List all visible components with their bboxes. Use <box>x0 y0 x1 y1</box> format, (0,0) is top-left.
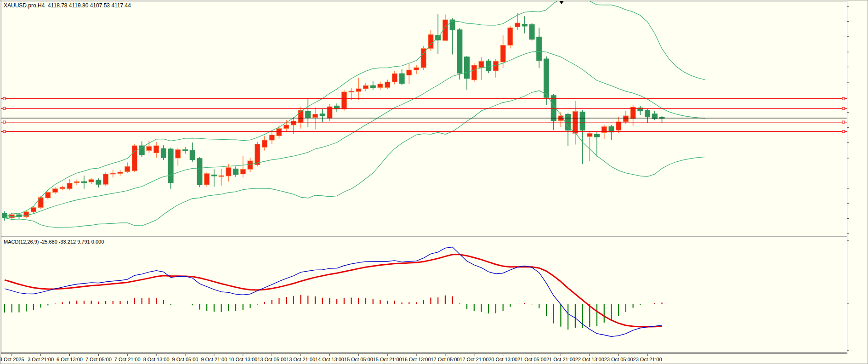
candle <box>89 178 94 184</box>
candle <box>118 170 123 176</box>
line-anchor-handle[interactable] <box>3 131 6 133</box>
candle <box>385 80 390 89</box>
mt4-chart-window: XAUUSD.pro,H4 4118.78 4119.80 4107.53 41… <box>0 0 868 364</box>
candle <box>103 172 108 186</box>
candle <box>233 166 238 177</box>
candle <box>204 172 210 187</box>
candle <box>529 23 534 40</box>
candle <box>471 63 477 82</box>
candle <box>616 117 621 133</box>
candle <box>392 71 397 85</box>
candle <box>277 126 282 139</box>
horizontal-price-line[interactable] <box>1 97 847 100</box>
candle <box>407 63 412 84</box>
candle <box>609 125 614 140</box>
candle <box>60 186 65 190</box>
candle <box>587 131 592 161</box>
candle <box>493 59 498 78</box>
macd-signal-line <box>5 255 662 327</box>
candle <box>125 162 130 173</box>
candle <box>457 28 462 80</box>
candle <box>645 109 650 123</box>
candle <box>363 83 369 91</box>
candle <box>312 108 318 130</box>
horizontal-price-line[interactable] <box>1 107 847 109</box>
macd-main-line <box>5 247 662 337</box>
line-anchor-handle[interactable] <box>3 107 6 109</box>
chart-title: XAUUSD.pro,H4 4118.78 4119.80 4107.53 41… <box>4 2 131 9</box>
candle <box>226 164 231 182</box>
candle <box>161 145 166 160</box>
candle <box>652 111 657 120</box>
horizontal-price-line[interactable] <box>1 121 847 123</box>
candle <box>190 142 195 162</box>
line-anchor-handle[interactable] <box>842 121 845 123</box>
candle <box>154 142 159 158</box>
bollinger-upper-band <box>5 0 705 218</box>
candle <box>544 57 549 105</box>
candle <box>320 109 325 122</box>
candle <box>197 157 202 187</box>
candle <box>176 148 181 165</box>
candle <box>601 125 607 139</box>
candle <box>335 103 340 112</box>
line-anchor-handle[interactable] <box>842 107 845 109</box>
candle <box>638 106 643 115</box>
candle <box>74 180 79 185</box>
candle <box>38 196 43 209</box>
candle <box>81 176 86 189</box>
price-axis[interactable]: 4397.504360.104321.604283.104245.704207.… <box>847 0 868 354</box>
macd-indicator-label: MACD(12,26,9) -25.680 -33.212 9.791 0.00… <box>4 239 104 245</box>
chart-canvas[interactable] <box>0 0 868 364</box>
candle <box>67 179 72 190</box>
candle <box>558 112 563 127</box>
candle <box>306 99 311 127</box>
candle <box>551 94 556 130</box>
time-axis[interactable]: 3 Oct 20253 Oct 21:006 Oct 13:007 Oct 05… <box>0 354 868 364</box>
candle <box>486 59 491 73</box>
candle <box>436 14 441 54</box>
candle <box>450 18 455 55</box>
candle <box>515 13 520 30</box>
candle <box>183 147 188 154</box>
candle <box>262 136 267 150</box>
candle <box>96 178 101 188</box>
candle <box>327 104 332 121</box>
candle <box>414 65 419 74</box>
bollinger-lower-band <box>5 91 705 227</box>
candle <box>537 28 542 68</box>
candle <box>421 46 426 70</box>
candle <box>2 211 7 221</box>
candle <box>573 101 578 145</box>
candle <box>53 187 58 194</box>
price-panel[interactable] <box>1 0 847 228</box>
candle <box>211 169 216 187</box>
candle <box>139 142 144 157</box>
candle <box>370 81 375 90</box>
candle <box>356 78 361 100</box>
candle <box>522 16 527 33</box>
line-anchor-handle[interactable] <box>3 121 6 123</box>
line-anchor-handle[interactable] <box>842 131 845 133</box>
macd-panel[interactable] <box>5 247 662 337</box>
horizontal-price-line[interactable] <box>1 131 847 133</box>
candle <box>630 105 635 126</box>
candle <box>443 15 448 41</box>
candle <box>168 148 173 188</box>
line-anchor-handle[interactable] <box>842 97 845 100</box>
candle <box>248 158 253 172</box>
candle <box>659 116 664 123</box>
candle <box>110 170 115 177</box>
candle <box>219 169 224 185</box>
candle <box>341 90 346 111</box>
candle <box>399 69 404 85</box>
candle <box>428 30 433 51</box>
candle <box>240 156 245 178</box>
chart-shift-marker-icon[interactable] <box>559 1 564 4</box>
candle <box>378 81 383 89</box>
time-tick-label: 23 Oct 21:00 <box>625 357 669 362</box>
window-border <box>0 0 868 364</box>
candle <box>566 113 571 146</box>
main-panel-border <box>1 1 847 237</box>
line-anchor-handle[interactable] <box>3 97 6 100</box>
